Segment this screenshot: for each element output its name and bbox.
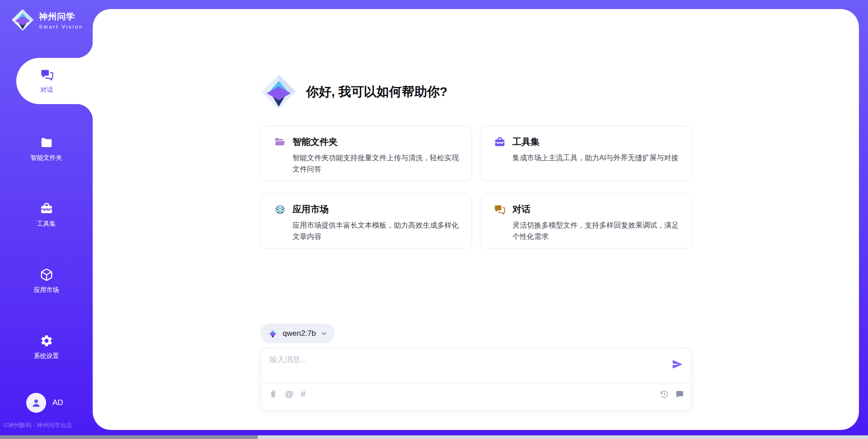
- model-name: qwen2:7b: [283, 329, 316, 338]
- comment-button[interactable]: [675, 390, 684, 399]
- at-icon: @: [285, 390, 293, 399]
- main-panel: 你好, 我可以如何帮助你? 智能文件夹 智能文件夹功能支持批量文件上传与清洗，轻…: [93, 9, 859, 430]
- sidebar-item-label: 对话: [41, 86, 53, 94]
- composer-divider: [260, 383, 691, 383]
- person-icon: [30, 397, 42, 409]
- model-selector[interactable]: qwen2:7b: [260, 324, 335, 343]
- card-description: 集成市场上主流工具，助力AI与外界无缝扩展与对接: [513, 152, 681, 163]
- message-input[interactable]: [269, 354, 658, 380]
- hash-icon: #: [301, 390, 306, 399]
- card-description: 智能文件夹功能支持批量文件上传与清洗，轻松实现文件问答: [292, 152, 461, 175]
- card-title: 工具集: [513, 136, 540, 148]
- comment-icon: [675, 390, 684, 399]
- sidebar-item-label: 系统设置: [34, 352, 59, 360]
- mention-button[interactable]: @: [285, 390, 293, 399]
- greeting: 你好, 我可以如何帮助你?: [260, 73, 448, 110]
- card-title: 智能文件夹: [292, 136, 338, 148]
- card-chat[interactable]: 对话 灵活切换多模型文件，支持多样回复效果调试，满足个性化需求: [480, 193, 692, 248]
- avatar: [26, 393, 46, 413]
- scrollbar-thumb[interactable]: [0, 435, 258, 439]
- feature-cards: 智能文件夹 智能文件夹功能支持批量文件上传与清洗，轻松实现文件问答 工具集 集成…: [260, 126, 692, 248]
- user-profile[interactable]: AD: [26, 393, 63, 413]
- diamond-logo-icon: [260, 73, 297, 110]
- toolbox-icon: [494, 136, 506, 148]
- history-icon: [660, 390, 669, 399]
- copyright-footer: ©神州数码 · 神州问学出品: [4, 421, 92, 429]
- toolbox-icon: [40, 202, 53, 215]
- user-name: AD: [52, 398, 63, 407]
- send-icon: [671, 358, 683, 370]
- sidebar-item-settings[interactable]: 系统设置: [0, 324, 93, 370]
- card-description: 灵活切换多模型文件，支持多样回复效果调试，满足个性化需求: [513, 220, 681, 242]
- brand-logo: 神州问学 Smart Vision: [11, 8, 83, 32]
- folder-icon: [40, 136, 53, 149]
- sidebar-item-label: 智能文件夹: [31, 154, 62, 162]
- card-app-market[interactable]: 应用市场 应用市场提供丰富长文本模板，助力高效生成多样化文章内容: [260, 193, 472, 248]
- card-smart-folder[interactable]: 智能文件夹 智能文件夹功能支持批量文件上传与清洗，轻松实现文件问答: [260, 126, 472, 181]
- card-title: 对话: [513, 203, 531, 215]
- greeting-title: 你好, 我可以如何帮助你?: [306, 83, 448, 100]
- brand-name: 神州问学: [39, 11, 83, 23]
- open-folder-icon: [274, 136, 286, 148]
- diamond-logo-icon: [11, 8, 34, 32]
- sidebar: 神州问学 Smart Vision 对话 智能文件夹 工具集: [0, 0, 93, 439]
- sidebar-item-chat[interactable]: 对话: [16, 58, 93, 104]
- card-toolset[interactable]: 工具集 集成市场上主流工具，助力AI与外界无缝扩展与对接: [480, 126, 692, 181]
- brand-subtitle: Smart Vision: [39, 24, 83, 29]
- sidebar-item-app-market[interactable]: 应用市场: [0, 258, 93, 304]
- sidebar-item-toolset[interactable]: 工具集: [0, 192, 93, 238]
- horizontal-scrollbar[interactable]: [0, 435, 868, 439]
- send-button[interactable]: [670, 358, 684, 372]
- paperclip-icon: [269, 390, 278, 399]
- sidebar-item-label: 工具集: [37, 220, 56, 228]
- hashtag-button[interactable]: #: [301, 390, 306, 399]
- message-composer: @ #: [260, 348, 692, 411]
- chat-icon: [40, 68, 54, 81]
- card-title: 应用市场: [292, 203, 329, 215]
- sidebar-item-label: 应用市场: [34, 286, 59, 294]
- cube-icon: [40, 268, 53, 282]
- history-button[interactable]: [660, 390, 669, 399]
- attach-file-button[interactable]: [269, 390, 278, 399]
- gear-icon: [40, 334, 53, 348]
- card-description: 应用市场提供丰富长文本模板，助力高效生成多样化文章内容: [292, 220, 461, 242]
- sidebar-item-smart-folder[interactable]: 智能文件夹: [0, 126, 93, 172]
- diamond-logo-icon: [267, 328, 278, 339]
- chat-icon: [494, 204, 506, 215]
- tiled-cube-icon: [274, 204, 286, 215]
- chevron-down-icon: [321, 330, 328, 337]
